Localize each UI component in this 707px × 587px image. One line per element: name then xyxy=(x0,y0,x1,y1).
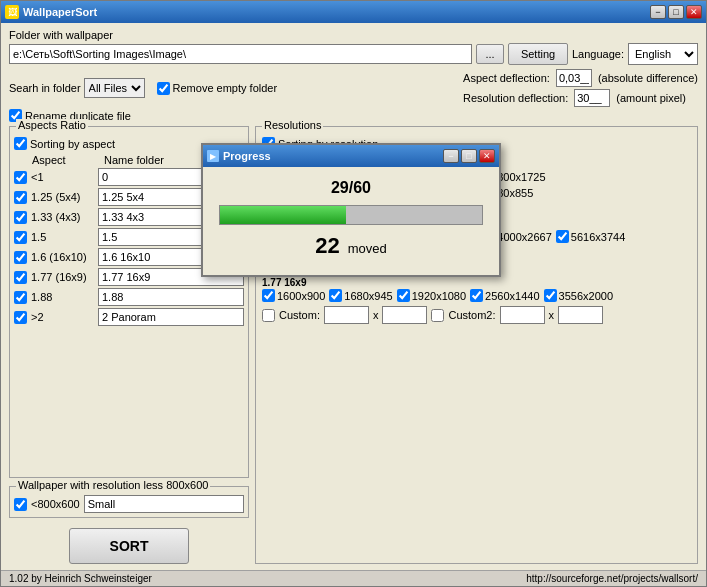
title-bar-buttons: − □ ✕ xyxy=(650,5,702,19)
progress-bar-fill xyxy=(220,206,346,224)
title-bar: 🖼 WallpaperSort − □ ✕ xyxy=(1,1,706,23)
main-content: Folder with wallpaper ... Setting Langua… xyxy=(1,23,706,570)
status-bar: 1.02 by Heinrich Schweinsteiger http://s… xyxy=(1,570,706,586)
progress-close-button[interactable]: ✕ xyxy=(479,149,495,163)
main-window: 🖼 WallpaperSort − □ ✕ Folder with wallpa… xyxy=(0,0,707,587)
progress-title-buttons: − □ ✕ xyxy=(443,149,495,163)
status-right: http://sourceforge.net/projects/wallsort… xyxy=(526,573,698,584)
progress-title-icon: ▶ xyxy=(207,150,219,162)
progress-counter: 29/60 xyxy=(331,179,371,197)
progress-title-bar: ▶ Progress − □ ✕ xyxy=(203,145,499,167)
progress-title-left: ▶ Progress xyxy=(207,150,271,162)
window-title: WallpaperSort xyxy=(23,6,97,18)
app-icon: 🖼 xyxy=(5,5,19,19)
minimize-button[interactable]: − xyxy=(650,5,666,19)
progress-body: 29/60 22 moved xyxy=(203,167,499,275)
progress-moved-label: moved xyxy=(348,241,387,256)
progress-moved: 22 moved xyxy=(315,233,387,259)
modal-overlay: ▶ Progress − □ ✕ 29/60 22 xyxy=(1,23,706,570)
progress-window: ▶ Progress − □ ✕ 29/60 22 xyxy=(201,143,501,277)
status-left: 1.02 by Heinrich Schweinsteiger xyxy=(9,573,152,584)
progress-title-text: Progress xyxy=(223,150,271,162)
progress-maximize-button[interactable]: □ xyxy=(461,149,477,163)
progress-bar-container xyxy=(219,205,483,225)
maximize-button[interactable]: □ xyxy=(668,5,684,19)
close-button[interactable]: ✕ xyxy=(686,5,702,19)
progress-moved-count: 22 xyxy=(315,233,339,259)
progress-minimize-button[interactable]: − xyxy=(443,149,459,163)
title-bar-left: 🖼 WallpaperSort xyxy=(5,5,97,19)
